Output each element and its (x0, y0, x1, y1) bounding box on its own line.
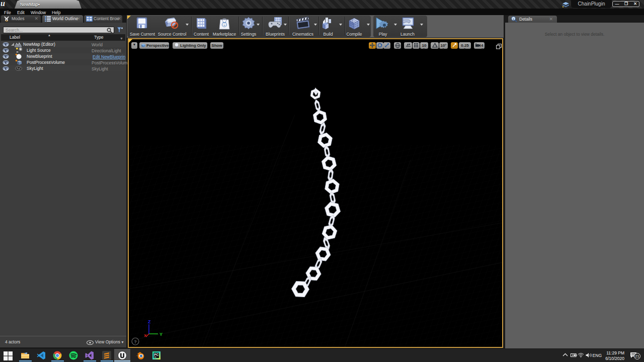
svg-text:i: i (513, 17, 514, 21)
svg-text:u: u (223, 23, 225, 27)
svg-text:X: X (144, 333, 147, 338)
svg-text:Y: Y (159, 332, 163, 337)
svg-text:Z: Z (148, 319, 151, 324)
svg-text:PC: PC (154, 353, 158, 356)
svg-text:?: ? (134, 339, 137, 344)
